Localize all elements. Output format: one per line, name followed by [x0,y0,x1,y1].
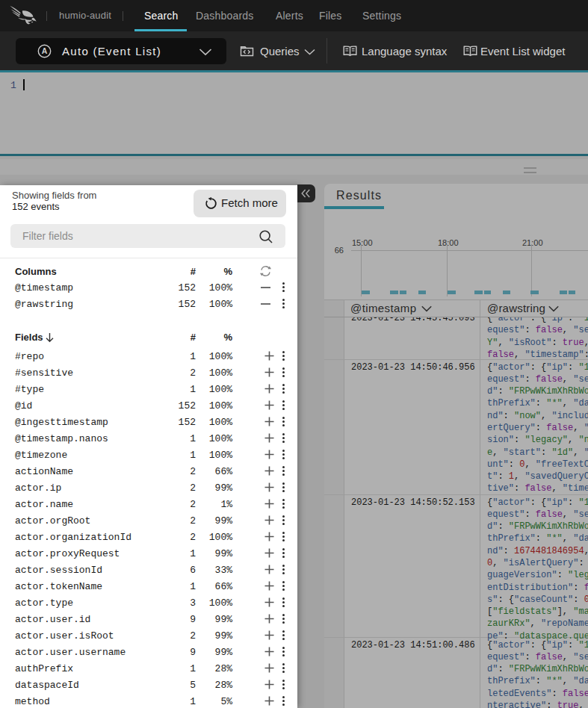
svg-text:A: A [42,46,48,55]
